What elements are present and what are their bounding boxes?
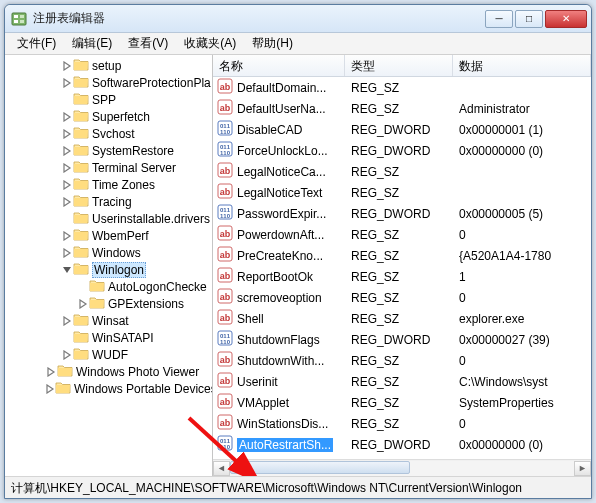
value-row[interactable]: LegalNoticeTextREG_SZ xyxy=(213,182,591,203)
value-name: ShutdownWith... xyxy=(237,354,324,368)
tree-node[interactable]: Windows Photo Viewer xyxy=(5,363,212,380)
value-type: REG_SZ xyxy=(345,354,453,368)
value-row[interactable]: UserinitREG_SZC:\Windows\syst xyxy=(213,371,591,392)
value-row[interactable]: PowerdownAft...REG_SZ0 xyxy=(213,224,591,245)
tree-node-label: Windows xyxy=(92,246,141,260)
menu-item[interactable]: 帮助(H) xyxy=(244,33,301,54)
folder-icon xyxy=(73,108,92,125)
value-data: 0x00000005 (5) xyxy=(453,207,591,221)
value-row[interactable]: DefaultDomain...REG_SZ xyxy=(213,77,591,98)
expand-icon[interactable] xyxy=(61,112,73,122)
value-row[interactable]: ForceUnlockLo...REG_DWORD0x00000000 (0) xyxy=(213,140,591,161)
minimize-button[interactable]: ─ xyxy=(485,10,513,28)
menu-item[interactable]: 收藏夹(A) xyxy=(176,33,244,54)
expand-icon[interactable] xyxy=(61,231,73,241)
expand-icon[interactable] xyxy=(61,163,73,173)
tree-node[interactable]: setup xyxy=(5,57,212,74)
value-row[interactable]: DisableCADREG_DWORD0x00000001 (1) xyxy=(213,119,591,140)
scroll-thumb[interactable] xyxy=(230,461,410,474)
tree-node[interactable]: Windows xyxy=(5,244,212,261)
tree-node[interactable]: Winsat xyxy=(5,312,212,329)
value-row[interactable]: ShutdownFlagsREG_DWORD0x00000027 (39) xyxy=(213,329,591,350)
value-row[interactable]: ShellREG_SZexplorer.exe xyxy=(213,308,591,329)
value-row[interactable]: WinStationsDis...REG_SZ0 xyxy=(213,413,591,434)
tree-node[interactable]: AutoLogonChecke xyxy=(5,278,212,295)
string-value-icon xyxy=(217,309,237,328)
tree-node[interactable]: WbemPerf xyxy=(5,227,212,244)
tree-node-label: Winlogon xyxy=(92,262,146,278)
value-row[interactable]: VMAppletREG_SZSystemProperties xyxy=(213,392,591,413)
scroll-right-button[interactable]: ► xyxy=(574,461,591,476)
value-row[interactable]: AutoRestrartSh...REG_DWORD0x00000000 (0) xyxy=(213,434,591,455)
expand-icon[interactable] xyxy=(45,367,57,377)
expand-icon[interactable] xyxy=(61,61,73,71)
value-name: DefaultUserNa... xyxy=(237,102,326,116)
titlebar[interactable]: 注册表编辑器 ─ □ ✕ xyxy=(5,5,591,33)
tree-node[interactable]: Superfetch xyxy=(5,108,212,125)
expand-icon[interactable] xyxy=(45,384,55,394)
folder-icon xyxy=(73,159,92,176)
expand-icon[interactable] xyxy=(61,350,73,360)
registry-tree[interactable]: setupSoftwareProtectionPlaSPPSuperfetchS… xyxy=(5,55,213,476)
expand-icon[interactable] xyxy=(61,180,73,190)
dword-value-icon xyxy=(217,330,237,349)
menubar: 文件(F)编辑(E)查看(V)收藏夹(A)帮助(H) xyxy=(5,33,591,55)
folder-icon xyxy=(73,142,92,159)
tree-node[interactable]: SystemRestore xyxy=(5,142,212,159)
string-value-icon xyxy=(217,246,237,265)
tree-node[interactable]: Winlogon xyxy=(5,261,212,278)
column-header-type[interactable]: 类型 xyxy=(345,55,453,76)
value-row[interactable]: PreCreateKno...REG_SZ{A520A1A4-1780 xyxy=(213,245,591,266)
column-header-data[interactable]: 数据 xyxy=(453,55,591,76)
value-type: REG_SZ xyxy=(345,396,453,410)
value-row[interactable]: PasswordExpir...REG_DWORD0x00000005 (5) xyxy=(213,203,591,224)
tree-node[interactable]: SoftwareProtectionPla xyxy=(5,74,212,91)
tree-node[interactable]: Svchost xyxy=(5,125,212,142)
expand-icon[interactable] xyxy=(61,129,73,139)
menu-item[interactable]: 编辑(E) xyxy=(64,33,120,54)
expand-icon[interactable] xyxy=(61,197,73,207)
value-name: VMApplet xyxy=(237,396,289,410)
value-type: REG_SZ xyxy=(345,312,453,326)
tree-node[interactable]: Windows Portable Devices xyxy=(5,380,212,397)
tree-node-label: Superfetch xyxy=(92,110,150,124)
dword-value-icon xyxy=(217,141,237,160)
value-name: ReportBootOk xyxy=(237,270,313,284)
tree-node-label: GPExtensions xyxy=(108,297,184,311)
value-data: 0 xyxy=(453,354,591,368)
maximize-button[interactable]: □ xyxy=(515,10,543,28)
value-data: Administrator xyxy=(453,102,591,116)
horizontal-scrollbar[interactable]: ◄ ► xyxy=(213,459,591,476)
folder-icon xyxy=(73,261,92,278)
value-row[interactable]: ShutdownWith...REG_SZ0 xyxy=(213,350,591,371)
value-row[interactable]: scremoveoptionREG_SZ0 xyxy=(213,287,591,308)
tree-node[interactable]: Userinstallable.drivers xyxy=(5,210,212,227)
tree-node[interactable]: WUDF xyxy=(5,346,212,363)
expand-icon[interactable] xyxy=(61,146,73,156)
expand-icon[interactable] xyxy=(61,78,73,88)
column-header-name[interactable]: 名称 xyxy=(213,55,345,76)
expand-icon[interactable] xyxy=(77,299,89,309)
tree-node[interactable]: GPExtensions xyxy=(5,295,212,312)
value-row[interactable]: DefaultUserNa...REG_SZAdministrator xyxy=(213,98,591,119)
value-name: LegalNoticeText xyxy=(237,186,322,200)
collapse-icon[interactable] xyxy=(61,265,73,275)
tree-node[interactable]: Terminal Server xyxy=(5,159,212,176)
tree-node[interactable]: WinSATAPI xyxy=(5,329,212,346)
tree-node[interactable]: SPP xyxy=(5,91,212,108)
expand-icon[interactable] xyxy=(61,316,73,326)
value-data: explorer.exe xyxy=(453,312,591,326)
scroll-left-button[interactable]: ◄ xyxy=(213,461,230,476)
menu-item[interactable]: 查看(V) xyxy=(120,33,176,54)
value-data: 0x00000001 (1) xyxy=(453,123,591,137)
close-button[interactable]: ✕ xyxy=(545,10,587,28)
menu-item[interactable]: 文件(F) xyxy=(9,33,64,54)
value-row[interactable]: ReportBootOkREG_SZ1 xyxy=(213,266,591,287)
statusbar: 计算机\HKEY_LOCAL_MACHINE\SOFTWARE\Microsof… xyxy=(5,476,591,498)
value-row[interactable]: LegalNoticeCa...REG_SZ xyxy=(213,161,591,182)
expand-icon[interactable] xyxy=(61,248,73,258)
tree-node[interactable]: Time Zones xyxy=(5,176,212,193)
tree-node-label: WbemPerf xyxy=(92,229,149,243)
tree-node[interactable]: Tracing xyxy=(5,193,212,210)
value-type: REG_SZ xyxy=(345,249,453,263)
